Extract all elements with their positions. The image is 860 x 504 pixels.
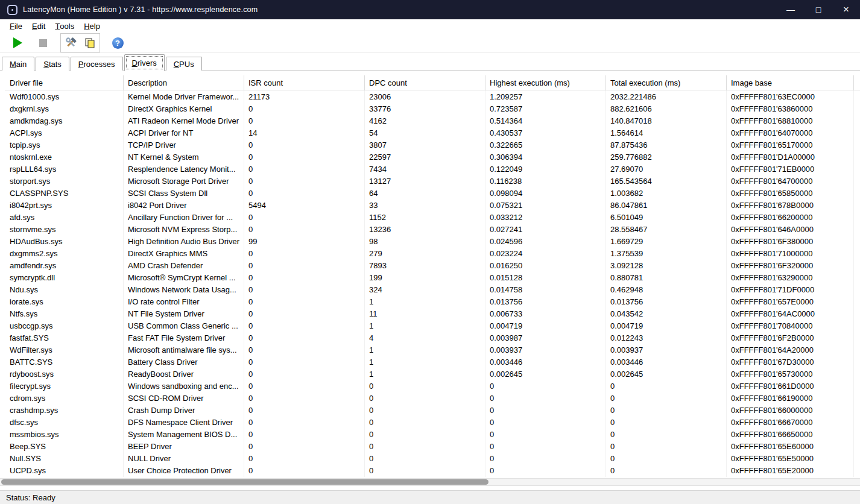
cell-image-base: 0xFFFFF801'64070000	[727, 127, 854, 139]
cell-dpc-count: 1	[365, 296, 485, 308]
cell-dpc-count: 11	[365, 308, 485, 320]
cell-driver-file: CLASSPNP.SYS	[5, 187, 124, 200]
menu-tools[interactable]: Tools	[50, 19, 79, 33]
cell-total-execution-ms: 0	[606, 465, 727, 477]
tab-cpus[interactable]: CPUs	[166, 57, 202, 71]
table-row[interactable]: cdrom.sysSCSI CD-ROM Driver00000xFFFFF80…	[5, 392, 860, 405]
cell-total-execution-ms: 0.013756	[606, 296, 727, 308]
cell-highest-execution-ms: 0.024596	[485, 236, 606, 248]
cell-driver-file: usbccgp.sys	[5, 320, 124, 332]
cell-dpc-count: 1	[365, 344, 485, 356]
cell-driver-file: rdyboost.sys	[5, 368, 124, 380]
cell-image-base: 0xFFFFF801'646A0000	[727, 224, 854, 236]
table-row[interactable]: mssmbios.sysSystem Management BIOS D...0…	[5, 429, 860, 441]
help-button[interactable]: ?	[110, 35, 125, 51]
tab-drivers[interactable]: Drivers	[124, 54, 165, 71]
stop-monitor-button[interactable]	[35, 35, 51, 51]
table-row[interactable]: UCPD.sysUser Choice Protection Driver000…	[5, 465, 860, 477]
column-header-description[interactable]: Description	[124, 75, 244, 90]
cell-image-base: 0xFFFFF801'63EC0000	[727, 91, 854, 103]
column-header-driver-file[interactable]: Driver file	[5, 75, 124, 90]
cell-image-base: 0xFFFFF801'6F2B0000	[727, 332, 854, 344]
table-row[interactable]: amdkmdag.sysATI Radeon Kernel Mode Drive…	[5, 115, 860, 127]
table-row[interactable]: BATTC.SYSBattery Class Driver010.0034460…	[5, 356, 860, 368]
cell-description: Battery Class Driver	[124, 356, 244, 368]
table-row[interactable]: crashdmp.sysCrash Dump Driver00000xFFFFF…	[5, 405, 860, 417]
table-row[interactable]: Beep.SYSBEEP Driver00000xFFFFF801'65E600…	[5, 441, 860, 453]
cell-isr-count: 0	[244, 356, 365, 368]
cell-driver-file: Ntfs.sys	[5, 308, 124, 320]
cell-isr-count: 0	[244, 151, 365, 163]
cell-highest-execution-ms: 0.003937	[485, 344, 606, 356]
table-row[interactable]: Wdf01000.sysKernel Mode Driver Framewor.…	[5, 91, 860, 103]
cell-dpc-count: 0	[365, 405, 485, 417]
cell-description: Windows Network Data Usag...	[124, 284, 244, 296]
column-header-dpc-count[interactable]: DPC count	[365, 75, 485, 90]
cell-driver-file: stornvme.sys	[5, 224, 124, 236]
table-row[interactable]: rdyboost.sysReadyBoost Driver010.0026450…	[5, 368, 860, 380]
cell-isr-count: 0	[244, 212, 365, 224]
table-row[interactable]: rspLLL64.sysResplendence Latency Monit..…	[5, 163, 860, 175]
cell-total-execution-ms: 27.69070	[606, 163, 727, 175]
table-row[interactable]: Ndu.sysWindows Network Data Usag...03240…	[5, 284, 860, 296]
table-row[interactable]: ACPI.sysACPI Driver for NT14540.4305371.…	[5, 127, 860, 139]
driver-tools-button[interactable]	[63, 35, 78, 51]
table-row[interactable]: dfsc.sysDFS Namespace Client Driver00000…	[5, 417, 860, 429]
maximize-button[interactable]: □	[805, 0, 832, 19]
table-row[interactable]: afd.sysAncillary Function Driver for ...…	[5, 212, 860, 224]
column-header-highest-execution-ms[interactable]: Highest execution (ms)	[485, 75, 606, 90]
cell-description: i8042 Port Driver	[124, 200, 244, 212]
cell-isr-count: 0	[244, 224, 365, 236]
cell-dpc-count: 23006	[365, 91, 485, 103]
tab-main[interactable]: Main	[2, 57, 34, 71]
horizontal-scrollbar-thumb[interactable]	[1, 479, 488, 485]
menu-help[interactable]: Help	[79, 19, 105, 33]
horizontal-scrollbar[interactable]	[0, 478, 860, 486]
table-row[interactable]: tcpip.sysTCP/IP Driver038070.32266587.87…	[5, 139, 860, 151]
menu-file[interactable]: File	[5, 19, 27, 33]
table-row[interactable]: i8042prt.sysi8042 Port Driver5494330.075…	[5, 200, 860, 212]
cell-image-base: 0xFFFFF801'70840000	[727, 320, 854, 332]
table-row[interactable]: Null.SYSNULL Driver00000xFFFFF801'65E500…	[5, 453, 860, 465]
table-row[interactable]: ntoskrnl.exeNT Kernel & System0225970.30…	[5, 151, 860, 163]
table-row[interactable]: storport.sysMicrosoft Storage Port Drive…	[5, 175, 860, 187]
table-row[interactable]: fastfat.SYSFast FAT File System Driver04…	[5, 332, 860, 344]
table-row[interactable]: filecrypt.sysWindows sandboxing and enc.…	[5, 380, 860, 392]
column-header-image-base[interactable]: Image base	[727, 75, 854, 90]
menu-edit[interactable]: Edit	[27, 19, 50, 33]
table-row[interactable]: WdFilter.sysMicrosoft antimalware file s…	[5, 344, 860, 356]
table-row[interactable]: amdfendr.sysAMD Crash Defender078930.016…	[5, 260, 860, 272]
copy-report-button[interactable]	[82, 35, 98, 51]
column-header-isr-count[interactable]: ISR count	[244, 75, 365, 90]
cell-highest-execution-ms: 0.098094	[485, 187, 606, 200]
table-row[interactable]: HDAudBus.sysHigh Definition Audio Bus Dr…	[5, 236, 860, 248]
cell-description: User Choice Protection Driver	[124, 465, 244, 477]
table-row[interactable]: symcryptk.dllMicrosoft® SymCrypt Kernel …	[5, 272, 860, 284]
cell-description: Ancillary Function Driver for ...	[124, 212, 244, 224]
minimize-button[interactable]: —	[777, 0, 805, 19]
cell-isr-count: 0	[244, 248, 365, 260]
tab-stats[interactable]: Stats	[36, 57, 69, 71]
table-row[interactable]: usbccgp.sysUSB Common Class Generic ...0…	[5, 320, 860, 332]
cell-description: NULL Driver	[124, 453, 244, 465]
cell-isr-count: 0	[244, 103, 365, 115]
column-header-total-execution-ms[interactable]: Total execution (ms)	[606, 75, 727, 90]
cell-description: ATI Radeon Kernel Mode Driver	[124, 115, 244, 127]
cell-total-execution-ms: 882.621606	[606, 103, 727, 115]
close-button[interactable]: ×	[832, 0, 860, 19]
cell-total-execution-ms: 28.558467	[606, 224, 727, 236]
table-row[interactable]: dxgmms2.sysDirectX Graphics MMS02790.023…	[5, 248, 860, 260]
table-row[interactable]: dxgkrnl.sysDirectX Graphics Kernel033776…	[5, 103, 860, 115]
tab-processes[interactable]: Processes	[71, 57, 123, 71]
table-row[interactable]: CLASSPNP.SYSSCSI Class System Dll0640.09…	[5, 187, 860, 200]
table-row[interactable]: stornvme.sysMicrosoft NVM Express Storp.…	[5, 224, 860, 236]
cell-total-execution-ms: 1.375539	[606, 248, 727, 260]
start-monitor-button[interactable]	[10, 35, 25, 51]
cell-total-execution-ms: 0.012243	[606, 332, 727, 344]
table-row[interactable]: Ntfs.sysNT File System Driver0110.006733…	[5, 308, 860, 320]
table-row[interactable]: iorate.sysI/O rate control Filter010.013…	[5, 296, 860, 308]
cell-total-execution-ms: 0	[606, 392, 727, 405]
cell-isr-count: 0	[244, 441, 365, 453]
cell-highest-execution-ms: 0.116238	[485, 175, 606, 187]
cell-image-base: 0xFFFFF801'66000000	[727, 405, 854, 417]
